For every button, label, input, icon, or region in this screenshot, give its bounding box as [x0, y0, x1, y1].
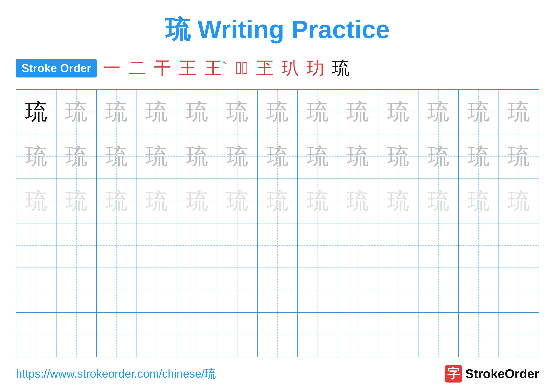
grid-cell[interactable]	[97, 313, 137, 357]
footer: https://www.strokeorder.com/chinese/琉 字 …	[16, 365, 539, 383]
grid-cell[interactable]: 琉	[459, 90, 499, 134]
grid-row	[16, 268, 539, 313]
grid-cell[interactable]: 琉	[16, 179, 57, 223]
grid-cell[interactable]: 琉	[378, 179, 418, 223]
grid-cell[interactable]	[418, 313, 459, 357]
grid-cell[interactable]	[57, 313, 97, 357]
grid-cell[interactable]: 琉	[499, 179, 539, 223]
grid-cell[interactable]	[499, 223, 539, 268]
cell-character: 琉	[508, 145, 530, 167]
cell-character: 琉	[186, 101, 208, 123]
grid-cell[interactable]: 琉	[258, 90, 298, 134]
grid-cell[interactable]	[16, 268, 57, 312]
grid-cell[interactable]	[459, 313, 499, 357]
grid-cell[interactable]	[298, 313, 338, 357]
grid-cell[interactable]: 琉	[97, 90, 137, 134]
grid-cell[interactable]	[418, 268, 459, 312]
grid-cell[interactable]: 琉	[258, 179, 298, 223]
grid-cell[interactable]	[177, 223, 217, 268]
grid-cell[interactable]	[217, 223, 258, 268]
grid-cell[interactable]: 琉	[459, 134, 499, 178]
grid-cell[interactable]: 琉	[177, 179, 217, 223]
grid-cell[interactable]	[137, 223, 177, 268]
grid-cell[interactable]: 琉	[378, 134, 418, 178]
footer-url: https://www.strokeorder.com/chinese/琉	[16, 366, 216, 381]
grid-cell[interactable]	[97, 268, 137, 312]
grid-cell[interactable]	[137, 313, 177, 357]
grid-cell[interactable]	[499, 268, 539, 312]
grid-cell[interactable]	[298, 268, 338, 312]
grid-cell[interactable]	[258, 313, 298, 357]
grid-cell[interactable]: 琉	[499, 134, 539, 178]
grid-cell[interactable]	[57, 223, 97, 268]
grid-cell[interactable]: 琉	[57, 134, 97, 178]
grid-cell[interactable]	[459, 268, 499, 312]
grid-cell[interactable]: 琉	[97, 134, 137, 178]
cell-character: 琉	[146, 101, 168, 123]
grid-cell[interactable]: 琉	[378, 90, 418, 134]
grid-cell[interactable]	[137, 268, 177, 312]
grid-cell[interactable]: 琉	[217, 179, 258, 223]
grid-cell[interactable]: 琉	[459, 179, 499, 223]
grid-cell[interactable]: 琉	[338, 179, 378, 223]
grid-cell[interactable]	[16, 223, 57, 268]
grid-cell[interactable]: 琉	[137, 90, 177, 134]
cell-character: 琉	[387, 101, 409, 123]
grid-cell[interactable]	[338, 313, 378, 357]
cell-character: 琉	[508, 101, 530, 123]
grid-cell[interactable]: 琉	[137, 134, 177, 178]
cell-character: 琉	[347, 190, 369, 212]
grid-cell[interactable]	[378, 268, 418, 312]
grid-cell[interactable]	[499, 313, 539, 357]
cell-character: 琉	[146, 190, 168, 212]
grid-cell[interactable]	[298, 223, 338, 268]
cell-character: 琉	[427, 190, 449, 212]
grid-cell[interactable]	[378, 223, 418, 268]
grid-cell[interactable]	[177, 268, 217, 312]
grid-cell[interactable]: 琉	[298, 134, 338, 178]
grid-cell[interactable]: 琉	[418, 90, 459, 134]
grid-cell[interactable]: 琉	[16, 90, 57, 134]
grid-cell[interactable]	[217, 268, 258, 312]
grid-cell[interactable]: 琉	[499, 90, 539, 134]
grid-cell[interactable]: 琉	[217, 134, 258, 178]
grid-cell[interactable]	[378, 313, 418, 357]
grid-cell[interactable]: 琉	[97, 179, 137, 223]
cell-character: 琉	[106, 145, 128, 167]
grid-row: 琉琉琉琉琉琉琉琉琉琉琉琉琉	[16, 134, 539, 179]
grid-cell[interactable]: 琉	[217, 90, 258, 134]
grid-cell[interactable]: 琉	[137, 179, 177, 223]
grid-cell[interactable]	[459, 223, 499, 268]
grid-cell[interactable]: 琉	[57, 179, 97, 223]
cell-character: 琉	[226, 101, 248, 123]
grid-cell[interactable]: 琉	[177, 134, 217, 178]
grid-cell[interactable]: 琉	[418, 134, 459, 178]
practice-grid: 琉琉琉琉琉琉琉琉琉琉琉琉琉琉琉琉琉琉琉琉琉琉琉琉琉琉琉琉琉琉琉琉琉琉琉琉琉琉琉	[16, 89, 539, 357]
grid-cell[interactable]: 琉	[177, 90, 217, 134]
grid-cell[interactable]: 琉	[57, 90, 97, 134]
grid-cell[interactable]: 琉	[298, 179, 338, 223]
grid-cell[interactable]	[338, 268, 378, 312]
grid-cell[interactable]	[258, 223, 298, 268]
cell-character: 琉	[65, 145, 88, 167]
grid-cell[interactable]	[16, 313, 57, 357]
cell-character: 琉	[347, 145, 369, 167]
grid-cell[interactable]	[57, 268, 97, 312]
grid-cell[interactable]	[217, 313, 258, 357]
cell-character: 琉	[467, 101, 490, 123]
grid-cell[interactable]: 琉	[258, 134, 298, 178]
grid-cell[interactable]	[418, 223, 459, 268]
grid-cell[interactable]: 琉	[418, 179, 459, 223]
grid-cell[interactable]: 琉	[338, 134, 378, 178]
grid-cell[interactable]	[258, 268, 298, 312]
grid-cell[interactable]	[338, 223, 378, 268]
cell-character: 琉	[266, 101, 289, 123]
cell-character: 琉	[146, 145, 168, 167]
grid-cell[interactable]: 琉	[16, 134, 57, 178]
logo-icon: 字	[445, 365, 462, 383]
cell-character: 琉	[226, 145, 248, 167]
grid-cell[interactable]: 琉	[298, 90, 338, 134]
grid-cell[interactable]: 琉	[338, 90, 378, 134]
grid-cell[interactable]	[177, 313, 217, 357]
grid-cell[interactable]	[97, 223, 137, 268]
